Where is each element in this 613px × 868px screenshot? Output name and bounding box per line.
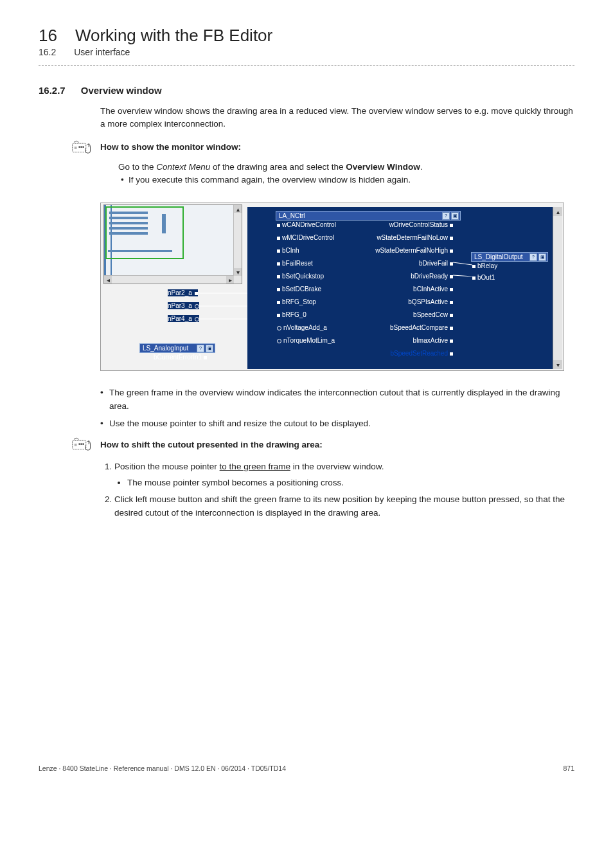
port-in: bSetDCBrake	[277, 285, 321, 293]
howto1-step-pre: Go to the	[118, 162, 156, 172]
scroll-right-icon[interactable]: ▸	[226, 276, 234, 284]
port-out: bDriveFail	[407, 260, 453, 267]
footer-left: Lenze · 8400 StateLine · Reference manua…	[39, 764, 286, 772]
howto1-step-bold: Overview Window	[346, 162, 420, 172]
howto1-substep: If you execute this command again, the o…	[129, 174, 574, 187]
howto1-step-end: .	[420, 162, 423, 172]
howto1-step-mid: of the drawing area and select the	[210, 162, 346, 172]
mouse-icon	[72, 140, 95, 154]
howto1-step: Go to the Context Menu of the drawing ar…	[118, 161, 574, 174]
wire	[453, 260, 472, 276]
port-in: wMCIDriveControl	[277, 234, 334, 241]
intro-paragraph: The overview window shows the drawing ar…	[100, 105, 574, 131]
howto2-step1-pre: Position the mouse pointer	[114, 462, 220, 471]
howto1-step-em: Context Menu	[156, 162, 210, 172]
port-link[interactable]: bSpeedSetReached	[390, 350, 448, 357]
overview-scrollbar-horizontal[interactable]: ◂ ▸	[104, 275, 234, 284]
svg-rect-3	[79, 146, 80, 147]
scroll-down-icon[interactable]: ▾	[234, 268, 242, 276]
scroll-up-icon[interactable]: ▴	[553, 207, 562, 216]
chapter-number: 16	[39, 26, 57, 46]
port-out: bCInhActive	[404, 285, 453, 293]
port-out: bDriveReady	[402, 273, 453, 280]
port-in: bRelay	[472, 262, 497, 269]
divider	[39, 65, 574, 66]
svg-rect-17	[83, 444, 84, 445]
subsection-number: 16.2.7	[39, 85, 66, 96]
port-in: wCANDriveControl	[277, 221, 336, 228]
screenshot-figure: ▴ ▾ ◂ ▸ LA_NCtrl ? ▣ wCANDriveControl wM…	[100, 203, 564, 371]
port-in: bRFG_Stop	[277, 298, 316, 305]
scroll-left-icon[interactable]: ◂	[104, 276, 112, 284]
port-out: bQSPIsActive	[402, 298, 453, 305]
howto2-step1-underline: to the green frame	[220, 462, 290, 471]
overview-mini-window[interactable]: ▴ ▾ ◂ ▸	[103, 204, 242, 284]
howto2-step1-sub: The mouse pointer symbol becomes a posit…	[127, 476, 574, 490]
goto-icon[interactable]: ▣	[451, 212, 459, 220]
param-label: nPar2_a	[168, 289, 198, 296]
bullet-item: The green frame in the overview window i…	[100, 386, 574, 413]
param-label: nPar4_a	[168, 315, 199, 322]
howto-heading: How to show the monitor window:	[100, 142, 241, 152]
port-out: wStateDetermFailNoLow	[369, 234, 453, 241]
port-in: nVoltageAdd_a	[277, 324, 327, 331]
chapter-title: Working with the FB Editor	[75, 26, 272, 46]
bullet-item: Use the mouse pointer to shift and resiz…	[100, 417, 574, 431]
block-ls-analoginput-label: LS_AnalogInput	[143, 345, 188, 352]
drawing-area[interactable]: LA_NCtrl ? ▣ wCANDriveControl wMCIDriveC…	[247, 207, 562, 369]
howto2-step1-post: in the overview window.	[290, 462, 384, 471]
help-icon[interactable]: ?	[442, 212, 450, 220]
port-out: bSpeedSetReached	[390, 350, 453, 357]
howto2-step2: Click left mouse button and shift the gr…	[114, 493, 574, 520]
svg-rect-4	[81, 146, 82, 147]
subsection-title: Overview window	[81, 85, 162, 96]
port-in: bSetQuickstop	[277, 273, 324, 280]
overview-green-frame[interactable]	[105, 206, 184, 259]
goto-icon[interactable]: ▣	[538, 253, 546, 261]
howto2-step1: Position the mouse pointer to the green …	[114, 460, 574, 490]
overview-scrollbar-corner	[234, 276, 242, 284]
port-out: bSpeedActCompare	[385, 324, 453, 331]
port-in: nTorqueMotLim_a	[277, 337, 335, 344]
port-out: bSpeedCcw	[407, 311, 453, 318]
howto-heading: How to shift the cutout presented in the…	[100, 440, 323, 449]
mouse-icon	[72, 437, 95, 451]
svg-rect-15	[79, 444, 80, 445]
svg-rect-5	[83, 146, 84, 147]
svg-line-7	[453, 262, 472, 265]
overview-scrollbar-vertical[interactable]: ▴ ▾	[233, 205, 242, 276]
drawing-scrollbar-vertical[interactable]: ▴ ▾	[553, 207, 562, 369]
svg-rect-16	[81, 444, 82, 445]
port-in: bCInh	[277, 247, 299, 254]
wire-bundle	[199, 289, 250, 354]
port-out: bImaxActive	[405, 337, 453, 344]
port-in: bRFG_0	[277, 311, 306, 318]
port-in: bOut1	[472, 274, 495, 281]
help-icon[interactable]: ?	[529, 253, 537, 261]
port-out: wDriveControlStatus	[376, 221, 453, 228]
scroll-up-icon[interactable]: ▴	[234, 205, 242, 213]
port-out: wStateDetermFailNoHigh	[369, 247, 453, 254]
scroll-down-icon[interactable]: ▾	[553, 360, 562, 369]
block-la-nctrl[interactable]: LA_NCtrl ? ▣	[276, 211, 461, 221]
section-subtitle: User interface	[74, 47, 130, 57]
port-out: bCurrentErrorIn1	[154, 354, 207, 361]
block-la-nctrl-label: LA_NCtrl	[279, 212, 305, 219]
footer-page-number: 871	[563, 764, 574, 772]
block-ls-digitaloutput[interactable]: LS_DigitalOutput ? ▣	[471, 252, 548, 262]
block-ls-digitaloutput-label: LS_DigitalOutput	[474, 253, 523, 260]
param-label: nPar3_a	[168, 302, 199, 309]
port-in: bFailReset	[277, 260, 313, 267]
svg-line-8	[453, 275, 472, 276]
section-number: 16.2	[39, 47, 56, 57]
